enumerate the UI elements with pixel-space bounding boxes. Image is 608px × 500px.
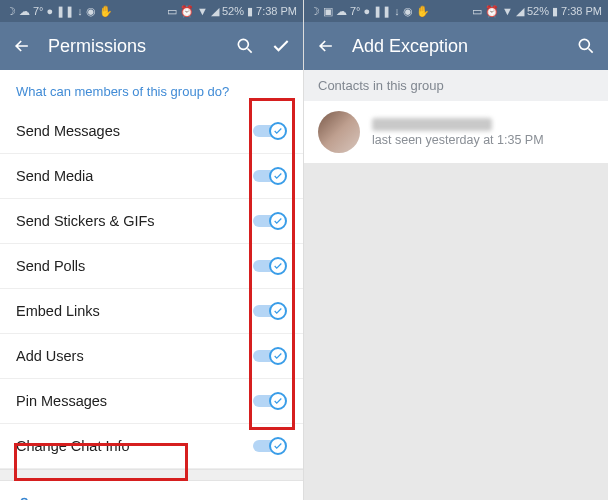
time-text: 7:38 PM	[561, 5, 602, 17]
battery-icon: ▮	[552, 5, 558, 18]
permissions-screen: ☽ ☁ 7° ● ❚❚ ↓ ◉ ✋ ▭ ⏰ ▼ ◢ 52% ▮ 7:38 PM …	[0, 0, 304, 500]
moon-icon: ☽	[310, 5, 320, 18]
permission-label: Send Media	[16, 168, 93, 184]
mic2-icon: ↓	[394, 5, 400, 17]
add-exception-screen: ☽ ▣ ☁ 7° ● ❚❚ ↓ ◉ ✋ ▭ ⏰ ▼ ◢ 52% ▮ 7:38 P…	[304, 0, 608, 500]
permission-row: Send Stickers & GIFs	[0, 199, 303, 244]
permission-row: Pin Messages	[0, 379, 303, 424]
contact-info: last seen yesterday at 1:35 PM	[372, 118, 544, 147]
pause-icon: ❚❚	[373, 5, 391, 18]
target-icon: ◉	[86, 5, 96, 18]
permission-label: Add Users	[16, 348, 84, 364]
temperature: 7°	[33, 5, 44, 17]
permission-row: Send Messages	[0, 109, 303, 154]
cloud-icon: ☁	[336, 5, 347, 18]
permission-label: Change Chat Info	[16, 438, 130, 454]
alarm-icon: ⏰	[180, 5, 194, 18]
empty-area	[304, 163, 608, 500]
target-icon: ◉	[403, 5, 413, 18]
mic-icon: ●	[47, 5, 54, 17]
time-text: 7:38 PM	[256, 5, 297, 17]
page-title: Permissions	[48, 36, 219, 57]
permission-label: Send Polls	[16, 258, 85, 274]
permission-row: Change Chat Info	[0, 424, 303, 469]
permission-row: Send Media	[0, 154, 303, 199]
sub-header: Contacts in this group	[304, 70, 608, 101]
status-bar: ☽ ☁ 7° ● ❚❚ ↓ ◉ ✋ ▭ ⏰ ▼ ◢ 52% ▮ 7:38 PM	[0, 0, 303, 22]
person-block-icon	[16, 495, 38, 500]
permission-row: Send Polls	[0, 244, 303, 289]
toggle-add-users[interactable]	[249, 346, 287, 366]
check-icon[interactable]	[271, 36, 291, 56]
permission-label: Pin Messages	[16, 393, 107, 409]
contact-status: last seen yesterday at 1:35 PM	[372, 133, 544, 147]
permission-row: Embed Links	[0, 289, 303, 334]
wifi-icon: ▼	[197, 5, 208, 17]
app-bar: Add Exception	[304, 22, 608, 70]
status-bar: ☽ ▣ ☁ 7° ● ❚❚ ↓ ◉ ✋ ▭ ⏰ ▼ ◢ 52% ▮ 7:38 P…	[304, 0, 608, 22]
signal-icon: ◢	[211, 5, 219, 18]
toggle-embed-links[interactable]	[249, 301, 287, 321]
svg-point-3	[579, 39, 589, 49]
mic2-icon: ↓	[77, 5, 83, 17]
toggle-send-messages[interactable]	[249, 121, 287, 141]
svg-point-0	[238, 39, 248, 49]
toggle-send-polls[interactable]	[249, 256, 287, 276]
battery-text: 52%	[527, 5, 549, 17]
vibrate-icon: ▭	[167, 5, 177, 18]
back-icon[interactable]	[12, 36, 32, 56]
toggle-send-media[interactable]	[249, 166, 287, 186]
search-icon[interactable]	[576, 36, 596, 56]
hand-icon: ✋	[416, 5, 430, 18]
image-icon: ▣	[323, 5, 333, 18]
battery-text: 52%	[222, 5, 244, 17]
pause-icon: ❚❚	[56, 5, 74, 18]
section-header: What can members of this group do?	[0, 70, 303, 109]
moon-icon: ☽	[6, 5, 16, 18]
page-title: Add Exception	[352, 36, 560, 57]
alarm-icon: ⏰	[485, 5, 499, 18]
signal-icon: ◢	[516, 5, 524, 18]
permission-label: Send Stickers & GIFs	[16, 213, 155, 229]
vibrate-icon: ▭	[472, 5, 482, 18]
permission-label: Send Messages	[16, 123, 120, 139]
permission-row: Add Users	[0, 334, 303, 379]
contact-name-redacted	[372, 118, 492, 131]
divider	[0, 469, 303, 481]
battery-icon: ▮	[247, 5, 253, 18]
add-exception-button[interactable]: Add Exception	[0, 481, 303, 500]
toggle-change-chat-info[interactable]	[249, 436, 287, 456]
app-bar: Permissions	[0, 22, 303, 70]
temperature: 7°	[350, 5, 361, 17]
permission-label: Embed Links	[16, 303, 100, 319]
cloud-icon: ☁	[19, 5, 30, 18]
mic-icon: ●	[364, 5, 371, 17]
permissions-content: What can members of this group do? Send …	[0, 70, 303, 500]
avatar	[318, 111, 360, 153]
contact-row[interactable]: last seen yesterday at 1:35 PM	[304, 101, 608, 163]
toggle-stickers-gifs[interactable]	[249, 211, 287, 231]
hand-icon: ✋	[99, 5, 113, 18]
search-icon[interactable]	[235, 36, 255, 56]
toggle-pin-messages[interactable]	[249, 391, 287, 411]
wifi-icon: ▼	[502, 5, 513, 17]
back-icon[interactable]	[316, 36, 336, 56]
